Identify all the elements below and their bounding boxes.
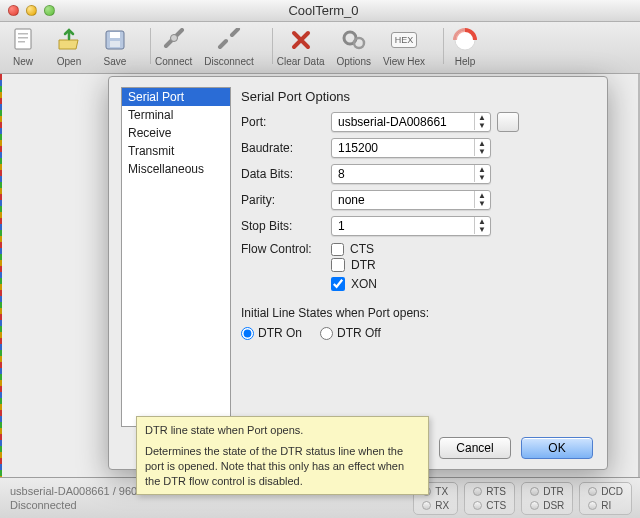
parity-select[interactable]: none [331, 190, 491, 210]
dsr-indicator: DSR [530, 500, 564, 511]
open-button[interactable]: Open [52, 26, 86, 67]
rts-indicator: RTS [473, 486, 506, 497]
disconnect-icon [215, 26, 243, 54]
port-label: Port: [241, 115, 331, 129]
options-button[interactable]: Options [337, 26, 371, 67]
ri-indicator: RI [588, 500, 623, 511]
category-list[interactable]: Serial Port Terminal Receive Transmit Mi… [121, 87, 231, 427]
dtr-off-radio[interactable] [320, 327, 333, 340]
svg-point-7 [170, 35, 177, 42]
main-area: Serial Port Terminal Receive Transmit Mi… [0, 74, 640, 477]
initial-heading: Initial Line States when Port opens: [241, 306, 595, 320]
category-transmit[interactable]: Transmit [122, 142, 230, 160]
chevron-updown-icon: ▲▼ [474, 139, 489, 156]
chevron-updown-icon: ▲▼ [474, 113, 489, 130]
status-state: Disconnected [10, 499, 403, 511]
disconnect-button[interactable]: Disconnect [204, 26, 253, 67]
svg-rect-5 [110, 32, 120, 38]
cts-label: CTS [350, 242, 374, 256]
help-button[interactable]: Help [448, 26, 482, 67]
dcd-indicator: DCD [588, 486, 623, 497]
databits-select[interactable]: 8 [331, 164, 491, 184]
category-terminal[interactable]: Terminal [122, 106, 230, 124]
category-serial-port[interactable]: Serial Port [122, 88, 230, 106]
options-icon [340, 26, 368, 54]
close-window-button[interactable] [8, 5, 19, 16]
open-icon [55, 26, 83, 54]
toolbar: New Open Save Connect Disconnect Clear D… [0, 22, 640, 74]
svg-rect-1 [18, 33, 28, 35]
viewhex-button[interactable]: HEX View Hex [383, 26, 425, 67]
port-select[interactable]: usbserial-DA008661 [331, 112, 491, 132]
chevron-updown-icon: ▲▼ [474, 165, 489, 182]
cts-indicator: CTS [473, 500, 506, 511]
minimize-window-button[interactable] [26, 5, 37, 16]
options-dialog: Serial Port Terminal Receive Transmit Mi… [108, 76, 608, 470]
baud-label: Baudrate: [241, 141, 331, 155]
tooltip-title: DTR line state when Port opens. [145, 423, 420, 438]
titlebar: CoolTerm_0 [0, 0, 640, 22]
hex-icon: HEX [390, 26, 418, 54]
dtr-checkbox[interactable] [331, 258, 345, 272]
connect-icon [160, 26, 188, 54]
databits-label: Data Bits: [241, 167, 331, 181]
connect-button[interactable]: Connect [155, 26, 192, 67]
new-icon [9, 26, 37, 54]
baud-select[interactable]: 115200 [331, 138, 491, 158]
dtr-on-label: DTR On [258, 326, 302, 340]
svg-rect-6 [110, 41, 120, 47]
stopbits-select[interactable]: 1 [331, 216, 491, 236]
chevron-updown-icon: ▲▼ [474, 217, 489, 234]
category-receive[interactable]: Receive [122, 124, 230, 142]
left-edge-decor [0, 74, 2, 477]
new-button[interactable]: New [6, 26, 40, 67]
flow-label: Flow Control: [241, 242, 331, 256]
svg-rect-2 [18, 37, 28, 39]
dtr-indicator: DTR [530, 486, 564, 497]
stopbits-label: Stop Bits: [241, 219, 331, 233]
parity-label: Parity: [241, 193, 331, 207]
svg-point-11 [461, 36, 469, 44]
save-icon [101, 26, 129, 54]
rx-indicator: RX [422, 500, 449, 511]
window-title: CoolTerm_0 [55, 3, 640, 18]
chevron-updown-icon: ▲▼ [474, 191, 489, 208]
cancel-button[interactable]: Cancel [439, 437, 511, 459]
dtr-on-radio[interactable] [241, 327, 254, 340]
zoom-window-button[interactable] [44, 5, 55, 16]
tooltip: DTR line state when Port opens. Determin… [136, 416, 429, 495]
help-icon [451, 26, 479, 54]
clear-data-button[interactable]: Clear Data [277, 26, 325, 67]
xon-checkbox[interactable] [331, 277, 345, 291]
svg-rect-0 [15, 29, 31, 49]
options-panel: Serial Port Options Port: usbserial-DA00… [241, 87, 595, 431]
save-button[interactable]: Save [98, 26, 132, 67]
dtr-label: DTR [351, 258, 376, 272]
dtr-off-label: DTR Off [337, 326, 381, 340]
clear-icon [287, 26, 315, 54]
options-heading: Serial Port Options [241, 89, 595, 104]
tooltip-body: Determines the state of the DTR status l… [145, 444, 420, 489]
cts-checkbox[interactable] [331, 243, 344, 256]
svg-rect-3 [18, 41, 25, 43]
xon-label: XON [351, 277, 377, 291]
port-rescan-button[interactable] [497, 112, 519, 132]
category-misc[interactable]: Miscellaneous [122, 160, 230, 178]
ok-button[interactable]: OK [521, 437, 593, 459]
